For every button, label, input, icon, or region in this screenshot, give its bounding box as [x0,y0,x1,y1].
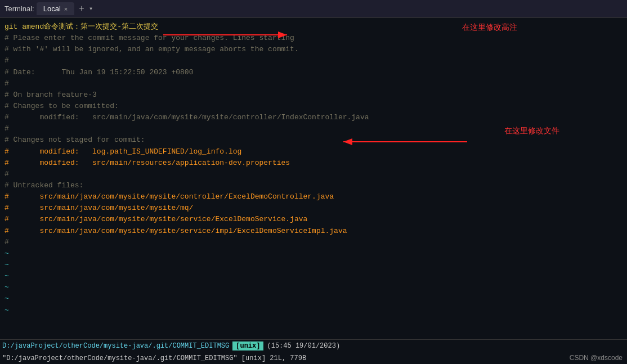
tab-chevron-icon[interactable]: ▾ [89,5,93,13]
tab-local-label: Local [43,5,61,13]
terminal-line: # [5,169,622,180]
terminal-line: # modified: src/main/resources/applicati… [5,158,622,169]
terminal-line: # Date: Thu Jan 19 15:22:50 2023 +0800 [5,67,622,78]
terminal-line: ~ [5,293,622,304]
terminal-line: # [5,237,622,248]
terminal-line: ~ [5,282,622,293]
terminal-line: # src/main/java/com/mysite/mysite/contro… [5,191,622,203]
status-bar: D:/javaProject/otherCode/mysite-java/.gi… [0,339,627,364]
terminal-line: ~ [5,248,622,259]
terminal-label: Terminal: [5,5,34,13]
terminal-line: # src/main/java/com/mysite/mysite/servic… [5,214,622,225]
tab-add-icon[interactable]: + [77,4,87,14]
status-file-info: "D:/javaProject/otherCode/mysite-java/.g… [2,354,306,362]
terminal-content: git amend命令测试：第一次提交-第二次提交# Please enter … [0,18,627,339]
terminal-line: # Changes to be committed: [5,101,622,112]
terminal-line: git amend命令测试：第一次提交-第二次提交 [5,21,622,33]
terminal-line: # Please enter the commit message for yo… [5,33,622,44]
terminal-line: # On branch feature-3 [5,89,622,101]
terminal-line: # modified: log.path_IS_UNDEFINED/log_in… [5,146,622,158]
terminal-line: # src/main/java/com/mysite/mysite/servic… [5,226,622,237]
terminal-line: # src/main/java/com/mysite/mysite/mq/ [5,203,622,214]
terminal-line: # Changes not staged for commit: [5,134,622,146]
terminal-line: ~ [5,259,622,271]
terminal-line: # with '#' will be ignored, and an empty… [5,44,622,55]
status-path: D:/javaProject/otherCode/mysite-java/.gi… [2,342,229,350]
terminal-line: # modified: src/main/java/com/mysite/mys… [5,112,622,123]
status-time: (15:45 19/01/2023) [267,342,340,350]
status-mode: [unix] [232,341,263,350]
tab-local[interactable]: Local × [37,2,75,15]
tab-bar: Terminal: Local × + ▾ [0,0,627,18]
terminal-line: # [5,78,622,89]
tab-close-icon[interactable]: × [64,6,68,12]
status-line1: D:/javaProject/otherCode/mysite-java/.gi… [0,340,627,352]
status-csdn: CSDN @xdscode [570,354,622,362]
terminal-line: # [5,55,622,66]
status-line2: "D:/javaProject/otherCode/mysite-java/.g… [0,352,627,364]
lines-container: git amend命令测试：第一次提交-第二次提交# Please enter … [5,21,622,316]
terminal-line: # [5,123,622,134]
terminal-line: # Untracked files: [5,180,622,191]
terminal-line: ~ [5,305,622,316]
terminal-line: ~ [5,271,622,282]
